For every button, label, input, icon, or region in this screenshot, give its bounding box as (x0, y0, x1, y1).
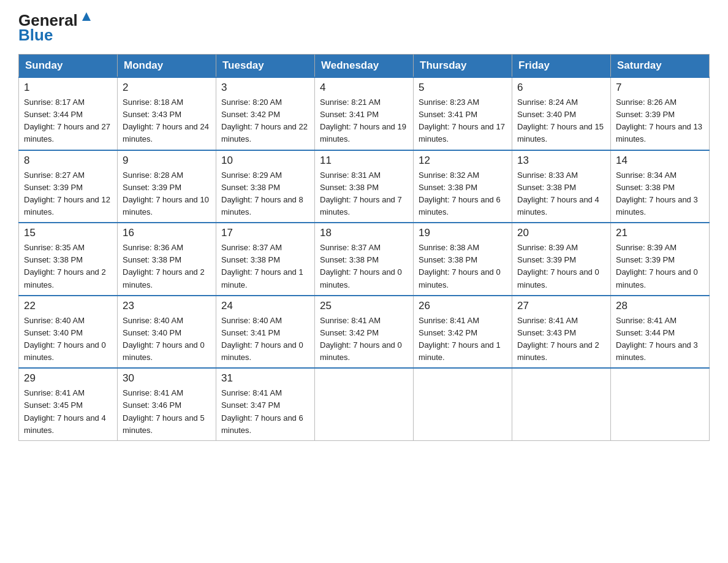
day-info: Sunrise: 8:41 AMSunset: 3:45 PMDaylight:… (24, 387, 112, 437)
day-info: Sunrise: 8:36 AMSunset: 3:38 PMDaylight:… (123, 242, 211, 291)
day-number: 4 (320, 82, 408, 94)
day-info: Sunrise: 8:40 AMSunset: 3:41 PMDaylight:… (221, 315, 309, 364)
empty-cell (611, 368, 710, 440)
day-number: 8 (24, 155, 112, 167)
day-cell-12: 12Sunrise: 8:32 AMSunset: 3:38 PMDayligh… (414, 150, 512, 223)
header-day-sunday: Sunday (19, 55, 118, 78)
day-cell-27: 27Sunrise: 8:41 AMSunset: 3:43 PMDayligh… (512, 296, 611, 369)
day-cell-25: 25Sunrise: 8:41 AMSunset: 3:42 PMDayligh… (315, 296, 414, 369)
logo: General Blue (18, 12, 93, 43)
day-number: 6 (517, 82, 605, 94)
day-info: Sunrise: 8:17 AMSunset: 3:44 PMDaylight:… (24, 96, 112, 146)
header-day-saturday: Saturday (611, 55, 710, 78)
logo-text-blue: Blue (18, 27, 53, 43)
day-cell-31: 31Sunrise: 8:41 AMSunset: 3:47 PMDayligh… (216, 368, 315, 440)
day-number: 5 (419, 82, 507, 94)
day-cell-16: 16Sunrise: 8:36 AMSunset: 3:38 PMDayligh… (118, 223, 216, 296)
day-info: Sunrise: 8:37 AMSunset: 3:38 PMDaylight:… (221, 242, 309, 291)
day-info: Sunrise: 8:29 AMSunset: 3:38 PMDaylight:… (221, 169, 309, 219)
week-row-2: 8Sunrise: 8:27 AMSunset: 3:39 PMDaylight… (19, 150, 710, 223)
day-cell-10: 10Sunrise: 8:29 AMSunset: 3:38 PMDayligh… (216, 150, 315, 223)
day-number: 12 (419, 155, 507, 167)
day-info: Sunrise: 8:27 AMSunset: 3:39 PMDaylight:… (24, 169, 112, 219)
day-number: 19 (419, 227, 507, 239)
day-info: Sunrise: 8:39 AMSunset: 3:39 PMDaylight:… (517, 242, 605, 291)
empty-cell (414, 368, 512, 440)
day-number: 25 (320, 300, 408, 312)
day-info: Sunrise: 8:24 AMSunset: 3:40 PMDaylight:… (517, 96, 605, 146)
day-cell-21: 21Sunrise: 8:39 AMSunset: 3:39 PMDayligh… (611, 223, 710, 296)
day-info: Sunrise: 8:40 AMSunset: 3:40 PMDaylight:… (123, 315, 211, 364)
day-cell-9: 9Sunrise: 8:28 AMSunset: 3:39 PMDaylight… (118, 150, 216, 223)
day-cell-18: 18Sunrise: 8:37 AMSunset: 3:38 PMDayligh… (315, 223, 414, 296)
day-number: 17 (221, 227, 309, 239)
day-info: Sunrise: 8:20 AMSunset: 3:42 PMDaylight:… (221, 96, 309, 146)
day-info: Sunrise: 8:38 AMSunset: 3:38 PMDaylight:… (419, 242, 507, 291)
day-info: Sunrise: 8:39 AMSunset: 3:39 PMDaylight:… (616, 242, 704, 291)
day-info: Sunrise: 8:41 AMSunset: 3:44 PMDaylight:… (616, 315, 704, 364)
header-day-monday: Monday (118, 55, 216, 78)
day-info: Sunrise: 8:34 AMSunset: 3:38 PMDaylight:… (616, 169, 704, 219)
day-info: Sunrise: 8:41 AMSunset: 3:42 PMDaylight:… (320, 315, 408, 364)
day-cell-15: 15Sunrise: 8:35 AMSunset: 3:38 PMDayligh… (19, 223, 118, 296)
day-cell-5: 5Sunrise: 8:23 AMSunset: 3:41 PMDaylight… (414, 77, 512, 150)
day-number: 14 (616, 155, 704, 167)
day-number: 1 (24, 82, 112, 94)
day-cell-19: 19Sunrise: 8:38 AMSunset: 3:38 PMDayligh… (414, 223, 512, 296)
day-number: 22 (24, 300, 112, 312)
empty-cell (512, 368, 611, 440)
header-row: SundayMondayTuesdayWednesdayThursdayFrid… (19, 55, 710, 78)
empty-cell (315, 368, 414, 440)
day-info: Sunrise: 8:21 AMSunset: 3:41 PMDaylight:… (320, 96, 408, 146)
week-row-3: 15Sunrise: 8:35 AMSunset: 3:38 PMDayligh… (19, 223, 710, 296)
week-row-5: 29Sunrise: 8:41 AMSunset: 3:45 PMDayligh… (19, 368, 710, 440)
day-info: Sunrise: 8:41 AMSunset: 3:43 PMDaylight:… (517, 315, 605, 364)
day-info: Sunrise: 8:32 AMSunset: 3:38 PMDaylight:… (419, 169, 507, 219)
day-number: 11 (320, 155, 408, 167)
day-number: 23 (123, 300, 211, 312)
day-info: Sunrise: 8:31 AMSunset: 3:38 PMDaylight:… (320, 169, 408, 219)
day-number: 26 (419, 300, 507, 312)
day-number: 13 (517, 155, 605, 167)
day-number: 2 (123, 82, 211, 94)
day-number: 7 (616, 82, 704, 94)
day-cell-29: 29Sunrise: 8:41 AMSunset: 3:45 PMDayligh… (19, 368, 118, 440)
day-number: 29 (24, 372, 112, 385)
day-info: Sunrise: 8:26 AMSunset: 3:39 PMDaylight:… (616, 96, 704, 146)
day-cell-30: 30Sunrise: 8:41 AMSunset: 3:46 PMDayligh… (118, 368, 216, 440)
day-cell-17: 17Sunrise: 8:37 AMSunset: 3:38 PMDayligh… (216, 223, 315, 296)
day-cell-11: 11Sunrise: 8:31 AMSunset: 3:38 PMDayligh… (315, 150, 414, 223)
header-day-friday: Friday (512, 55, 611, 78)
day-cell-2: 2Sunrise: 8:18 AMSunset: 3:43 PMDaylight… (118, 77, 216, 150)
day-number: 15 (24, 227, 112, 239)
day-number: 28 (616, 300, 704, 312)
day-number: 10 (221, 155, 309, 167)
calendar-table: SundayMondayTuesdayWednesdayThursdayFrid… (18, 54, 710, 441)
day-cell-26: 26Sunrise: 8:41 AMSunset: 3:42 PMDayligh… (414, 296, 512, 369)
day-info: Sunrise: 8:41 AMSunset: 3:46 PMDaylight:… (123, 387, 211, 437)
page-header: General Blue (18, 12, 710, 43)
header-day-tuesday: Tuesday (216, 55, 315, 78)
day-cell-22: 22Sunrise: 8:40 AMSunset: 3:40 PMDayligh… (19, 296, 118, 369)
day-info: Sunrise: 8:23 AMSunset: 3:41 PMDaylight:… (419, 96, 507, 146)
day-cell-4: 4Sunrise: 8:21 AMSunset: 3:41 PMDaylight… (315, 77, 414, 150)
day-number: 16 (123, 227, 211, 239)
day-cell-28: 28Sunrise: 8:41 AMSunset: 3:44 PMDayligh… (611, 296, 710, 369)
day-number: 30 (123, 372, 211, 385)
day-number: 27 (517, 300, 605, 312)
day-number: 3 (221, 82, 309, 94)
day-info: Sunrise: 8:33 AMSunset: 3:38 PMDaylight:… (517, 169, 605, 219)
day-cell-24: 24Sunrise: 8:40 AMSunset: 3:41 PMDayligh… (216, 296, 315, 369)
day-number: 24 (221, 300, 309, 312)
day-cell-23: 23Sunrise: 8:40 AMSunset: 3:40 PMDayligh… (118, 296, 216, 369)
day-info: Sunrise: 8:41 AMSunset: 3:42 PMDaylight:… (419, 315, 507, 364)
day-cell-20: 20Sunrise: 8:39 AMSunset: 3:39 PMDayligh… (512, 223, 611, 296)
week-row-4: 22Sunrise: 8:40 AMSunset: 3:40 PMDayligh… (19, 296, 710, 369)
day-info: Sunrise: 8:35 AMSunset: 3:38 PMDaylight:… (24, 242, 112, 291)
header-day-thursday: Thursday (414, 55, 512, 78)
week-row-1: 1Sunrise: 8:17 AMSunset: 3:44 PMDaylight… (19, 77, 710, 150)
day-number: 9 (123, 155, 211, 167)
day-info: Sunrise: 8:37 AMSunset: 3:38 PMDaylight:… (320, 242, 408, 291)
day-info: Sunrise: 8:28 AMSunset: 3:39 PMDaylight:… (123, 169, 211, 219)
svg-marker-0 (82, 12, 91, 21)
